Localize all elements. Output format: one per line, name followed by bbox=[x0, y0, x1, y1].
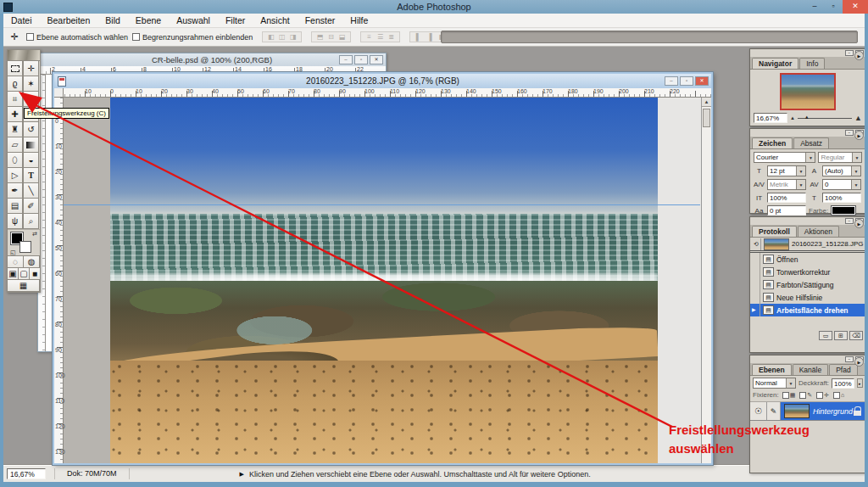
panel-tab[interactable]: Protokoll bbox=[752, 226, 797, 237]
font-family-select[interactable]: Courier ▼ bbox=[754, 152, 815, 163]
history-step[interactable]: ▤ Neue Hilfslinie bbox=[750, 291, 865, 304]
menu-item[interactable]: Ebene bbox=[128, 15, 169, 25]
align-icon[interactable]: ◧ bbox=[266, 33, 275, 41]
eyedropper-tool[interactable]: ✐ bbox=[23, 198, 39, 214]
align-icon[interactable]: ⬓ bbox=[337, 33, 347, 41]
menu-item[interactable]: Bearbeiten bbox=[40, 15, 98, 25]
swap-colors-icon[interactable]: ⇄ bbox=[32, 231, 37, 238]
checkbox-icon[interactable] bbox=[132, 33, 140, 41]
menu-item[interactable]: Ansicht bbox=[253, 15, 297, 25]
chevron-down-icon[interactable]: ▼ bbox=[796, 180, 805, 189]
new-snapshot-button[interactable]: ⊞ bbox=[834, 331, 848, 340]
chevron-down-icon[interactable]: ▼ bbox=[851, 166, 860, 176]
kerning-select[interactable]: Metrik ▼ bbox=[767, 179, 806, 190]
delete-state-button[interactable]: ⌫ bbox=[849, 331, 863, 340]
checkbox-icon[interactable] bbox=[26, 33, 34, 41]
panel-menu-icon[interactable]: ▶ bbox=[854, 131, 864, 140]
restore-icon[interactable]: ▫ bbox=[680, 76, 693, 86]
document-size-readout[interactable]: Dok: 70M/70M bbox=[54, 468, 130, 479]
slider-thumb[interactable]: ▲ bbox=[804, 115, 810, 120]
background-color-swatch[interactable] bbox=[19, 241, 31, 253]
rectangular-marquee-tool[interactable] bbox=[7, 60, 23, 76]
close-icon[interactable]: ✕ bbox=[370, 55, 383, 64]
menu-item[interactable]: Hilfe bbox=[342, 15, 376, 25]
lasso-tool[interactable]: ϱ bbox=[7, 76, 23, 92]
panel-menu-icon[interactable]: ▶ bbox=[854, 51, 864, 60]
vertical-scrollbar[interactable]: ▲ bbox=[701, 98, 711, 463]
history-state-marker[interactable] bbox=[752, 291, 760, 304]
eraser-tool[interactable]: ▱ bbox=[7, 137, 23, 153]
distribute-icon[interactable]: ▐ bbox=[425, 33, 434, 41]
panel-tab[interactable]: Pfad bbox=[829, 364, 858, 375]
distribute-icon[interactable]: ☰ bbox=[376, 33, 385, 41]
menu-item[interactable]: Fenster bbox=[298, 15, 343, 25]
text-color-swatch[interactable] bbox=[831, 205, 856, 216]
zoom-in-icon[interactable]: ▲ bbox=[854, 114, 862, 122]
document-canvas-area[interactable]: 0102030405060708090100110120130 ▲ bbox=[54, 98, 711, 463]
checkbox-icon[interactable] bbox=[833, 392, 840, 399]
panel-tab[interactable]: Navigator bbox=[752, 58, 798, 69]
status-zoom-field[interactable]: 16,67% bbox=[7, 468, 46, 479]
lock-option[interactable]: ▦ bbox=[782, 392, 796, 399]
history-state-marker[interactable] bbox=[752, 266, 760, 278]
dodge-tool[interactable]: ◒ bbox=[23, 152, 39, 168]
menu-item[interactable]: Bild bbox=[97, 15, 128, 25]
menu-item[interactable]: Filter bbox=[218, 15, 253, 25]
quick-mask-mode-button[interactable]: ◍ bbox=[23, 255, 40, 268]
zoom-tool[interactable]: ⌕ bbox=[23, 213, 39, 229]
history-step[interactable]: ▶ ▤ Arbeitsfläche drehen bbox=[750, 304, 865, 316]
history-state-marker[interactable] bbox=[752, 253, 760, 266]
history-brush-tool[interactable]: ↺ bbox=[23, 121, 39, 137]
panel-menu-icon[interactable]: ▶ bbox=[854, 357, 864, 367]
panel-tab[interactable]: Info bbox=[799, 58, 825, 69]
collapse-icon[interactable]: − bbox=[845, 130, 854, 136]
history-step[interactable]: ▤ Öffnen bbox=[750, 253, 865, 266]
menu-item[interactable]: Auswahl bbox=[169, 15, 218, 25]
blur-tool[interactable]: ⬯ bbox=[7, 152, 23, 168]
vertical-scale-field[interactable]: 100% bbox=[767, 193, 806, 203]
history-state-marker[interactable]: ▶ bbox=[752, 304, 760, 316]
panel-tab[interactable]: Ebenen bbox=[752, 364, 792, 375]
minimize-icon[interactable]: – bbox=[339, 55, 353, 64]
maximize-icon[interactable]: ▫ bbox=[824, 0, 843, 14]
zoom-out-icon[interactable]: ▲ bbox=[790, 115, 795, 120]
scroll-up-icon[interactable]: ▲ bbox=[702, 98, 711, 107]
navigator-zoom-slider[interactable]: ▲ bbox=[798, 114, 852, 122]
collapse-icon[interactable]: − bbox=[845, 50, 854, 56]
panel-menu-icon[interactable]: ▶ bbox=[854, 219, 864, 228]
collapse-icon[interactable]: − bbox=[845, 356, 854, 362]
standard-mode-button[interactable]: ◌ bbox=[7, 255, 24, 268]
layer-row-hintergrund[interactable]: ☉ ✎ Hintergrund bbox=[750, 402, 865, 421]
checkbox-icon[interactable] bbox=[782, 392, 789, 399]
type-tool[interactable]: T bbox=[23, 167, 39, 183]
restore-icon[interactable]: ▫ bbox=[354, 55, 368, 64]
fullscreen-button[interactable]: ■ bbox=[29, 267, 41, 280]
cr-belle-title-bar[interactable]: CR-belle.psd @ 100% (200,RGB) – ▫ ✕ bbox=[38, 53, 386, 66]
leading-select[interactable]: (Auto) ▼ bbox=[822, 165, 861, 176]
history-step[interactable]: ▤ Tonwertkorrektur bbox=[750, 266, 865, 278]
chevron-down-icon[interactable]: ▼ bbox=[796, 166, 805, 176]
panel-tab[interactable]: Absatz bbox=[793, 137, 829, 148]
scrollbar-thumb[interactable] bbox=[703, 109, 710, 127]
line-tool[interactable]: ╲ bbox=[23, 182, 39, 199]
document-window-20160223[interactable]: 20160223_151228.JPG @ 16,7% (RGB) – ▫ ✕ … bbox=[53, 72, 713, 465]
baseline-shift-field[interactable]: 0 pt bbox=[767, 205, 806, 216]
chevron-down-icon[interactable]: ▼ bbox=[786, 378, 795, 388]
crop-tool[interactable]: ⌗ bbox=[7, 91, 23, 107]
align-icon[interactable]: ◨ bbox=[288, 33, 298, 41]
standard-screen-button[interactable]: ▣ bbox=[7, 267, 19, 280]
show-bounding-box-checkbox[interactable]: Begrenzungsrahmen einblenden bbox=[132, 33, 253, 42]
font-size-select[interactable]: 12 pt ▼ bbox=[767, 165, 806, 176]
blend-mode-select[interactable]: Normal ▼ bbox=[753, 378, 796, 389]
slice-tool[interactable]: ✂ bbox=[23, 91, 39, 107]
navigator-zoom-field[interactable]: 16,67% bbox=[754, 113, 787, 123]
path-selection-tool[interactable]: ▷ bbox=[7, 167, 23, 183]
opacity-field[interactable]: 100% bbox=[832, 378, 854, 389]
document-title-bar[interactable]: 20160223_151228.JPG @ 16,7% (RGB) – ▫ ✕ bbox=[54, 74, 711, 88]
healing-brush-tool[interactable]: ✚ bbox=[7, 106, 23, 122]
lock-option[interactable]: ⌂ bbox=[833, 392, 844, 399]
chevron-down-icon[interactable]: ▼ bbox=[852, 153, 861, 162]
history-state-marker[interactable] bbox=[752, 278, 760, 291]
history-source-icon[interactable]: ⟲ bbox=[752, 238, 761, 250]
navigator-preview[interactable] bbox=[780, 73, 836, 110]
